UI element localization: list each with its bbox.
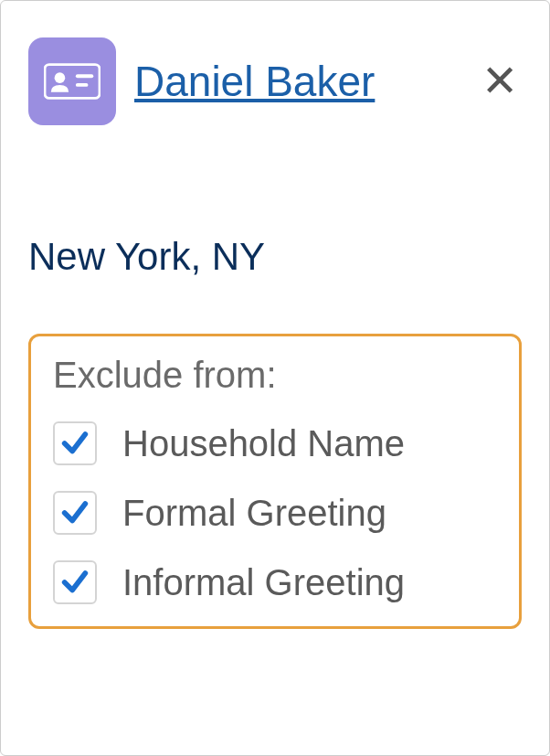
svg-rect-0 <box>45 65 100 99</box>
contact-name-link[interactable]: Daniel Baker <box>134 57 460 106</box>
svg-rect-3 <box>76 83 89 87</box>
checkbox-formal-greeting[interactable] <box>53 491 97 535</box>
checkbox-label: Informal Greeting <box>122 562 405 603</box>
exclude-option-informal-greeting: Informal Greeting <box>53 560 497 604</box>
checkbox-label: Household Name <box>122 423 405 464</box>
close-icon[interactable]: ✕ <box>478 59 522 103</box>
checkbox-informal-greeting[interactable] <box>53 560 97 604</box>
exclude-title: Exclude from: <box>53 355 497 396</box>
checkbox-household-name[interactable] <box>53 421 97 465</box>
exclude-option-formal-greeting: Formal Greeting <box>53 491 497 535</box>
exclude-panel: Exclude from: Household Name Formal Gree… <box>28 334 522 629</box>
exclude-option-household-name: Household Name <box>53 421 497 465</box>
svg-rect-2 <box>76 74 93 78</box>
contact-location: New York, NY <box>28 235 522 279</box>
contact-card-icon <box>28 37 116 125</box>
svg-point-1 <box>55 72 66 83</box>
contact-header: Daniel Baker ✕ <box>28 37 522 125</box>
checkbox-label: Formal Greeting <box>122 493 386 534</box>
